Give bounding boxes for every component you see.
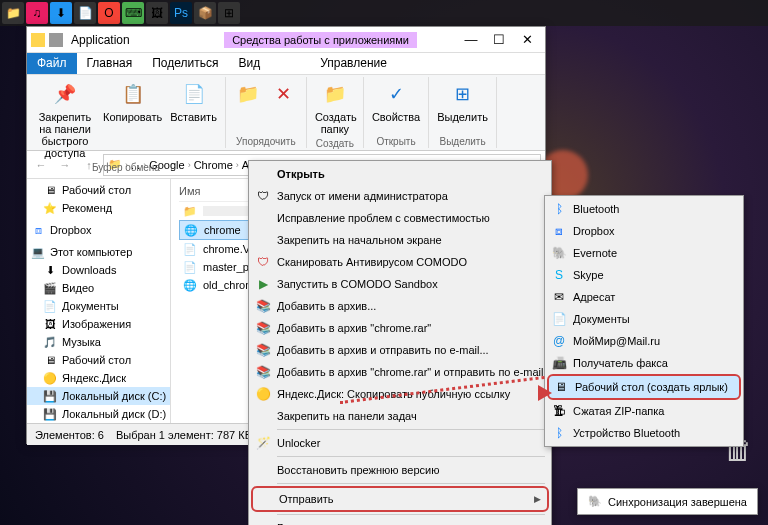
sendto-recipient[interactable]: ✉Адресат: [547, 286, 741, 308]
titlebar: Application Средства работы с приложения…: [27, 27, 545, 53]
sendto-desktop-shortcut[interactable]: 🖥Рабочий стол (создать ярлык): [547, 374, 741, 400]
sidebar-images[interactable]: 🖼Изображения: [27, 315, 170, 333]
group-open: Открыть: [376, 135, 415, 148]
sync-notification[interactable]: 🐘 Синхронизация завершена: [577, 488, 758, 515]
ctx-add-archive[interactable]: 📚Добавить в архив...: [251, 295, 549, 317]
notification-text: Синхронизация завершена: [608, 496, 747, 508]
ribbon-context-label: Средства работы с приложениями: [224, 32, 417, 48]
ctx-run-admin[interactable]: 🛡Запуск от имени администратора: [251, 185, 549, 207]
group-clipboard: Буфер обмена: [92, 161, 160, 174]
taskbar: 📁 ♫ ⬇ 📄 O ⌨ 🖼 Ps 📦 ⊞: [0, 0, 768, 26]
menu-share[interactable]: Поделиться: [142, 53, 228, 74]
sendto-evernote[interactable]: 🐘Evernote: [547, 242, 741, 264]
delete-button[interactable]: ✕: [268, 79, 300, 111]
group-select: Выделить: [439, 135, 485, 148]
pin-button[interactable]: 📌Закрепить на панели быстрого доступа: [33, 79, 97, 161]
menu-file[interactable]: Файл: [27, 53, 77, 74]
taskbar-app-icon[interactable]: ⌨: [122, 2, 144, 24]
taskbar-app-icon[interactable]: 🖼: [146, 2, 168, 24]
ctx-open[interactable]: Открыть: [251, 163, 549, 185]
maximize-button[interactable]: ☐: [485, 30, 513, 50]
sendto-bt-device[interactable]: ᛒУстройство Bluetooth: [547, 422, 741, 444]
move-button[interactable]: 📁: [232, 79, 264, 111]
submenu-arrow-icon: ▶: [534, 494, 541, 504]
close-button[interactable]: ✕: [513, 30, 541, 50]
ctx-pin-start[interactable]: Закрепить на начальном экране: [251, 229, 549, 251]
properties-button[interactable]: ✓Свойства: [370, 79, 422, 125]
properties-label: Свойства: [372, 111, 420, 123]
taskbar-app-icon[interactable]: Ps: [170, 2, 192, 24]
taskbar-app-icon[interactable]: ⊞: [218, 2, 240, 24]
paste-button[interactable]: 📄Вставить: [168, 79, 219, 125]
menubar: Файл Главная Поделиться Вид Управление: [27, 53, 545, 75]
ctx-cut[interactable]: Вырезать: [251, 517, 549, 525]
taskbar-app-icon[interactable]: 📁: [2, 2, 24, 24]
sidebar-local-d[interactable]: 💾Локальный диск (D:): [27, 405, 170, 423]
sendto-fax[interactable]: 📠Получатель факса: [547, 352, 741, 374]
status-selection: Выбран 1 элемент: 787 КБ: [116, 429, 252, 441]
ctx-add-rar[interactable]: 📚Добавить в архив "chrome.rar": [251, 317, 549, 339]
select-label: Выделить: [437, 111, 488, 123]
taskbar-app-icon[interactable]: ⬇: [50, 2, 72, 24]
paste-label: Вставить: [170, 111, 217, 123]
context-menu-main: Открыть 🛡Запуск от имени администратора …: [248, 160, 552, 525]
menu-view[interactable]: Вид: [228, 53, 270, 74]
ctx-add-rar-email[interactable]: 📚Добавить в архив "chrome.rar" и отправи…: [251, 361, 549, 383]
context-menu-sendto: ᛒBluetooth ⧈Dropbox 🐘Evernote SSkype ✉Ад…: [544, 195, 744, 447]
folder-icon: [31, 33, 45, 47]
sidebar: 🖥Рабочий стол ⭐Рекоменд ⧈Dropbox 💻Этот к…: [27, 179, 171, 423]
menu-home[interactable]: Главная: [77, 53, 143, 74]
menu-manage[interactable]: Управление: [310, 53, 397, 74]
taskbar-app-icon[interactable]: O: [98, 2, 120, 24]
sendto-skype[interactable]: SSkype: [547, 264, 741, 286]
new-folder-label: Создать папку: [315, 111, 355, 135]
sidebar-desktop2[interactable]: 🖥Рабочий стол: [27, 351, 170, 369]
sidebar-recommend[interactable]: ⭐Рекоменд: [27, 199, 170, 217]
ctx-add-email[interactable]: 📚Добавить в архив и отправить по e-mail.…: [251, 339, 549, 361]
sendto-documents[interactable]: 📄Документы: [547, 308, 741, 330]
new-folder-button[interactable]: 📁Создать папку: [313, 79, 357, 137]
ribbon: 📌Закрепить на панели быстрого доступа 📋К…: [27, 75, 545, 151]
sidebar-dropbox[interactable]: ⧈Dropbox: [27, 221, 170, 239]
ctx-unlocker[interactable]: 🪄Unlocker: [251, 432, 549, 454]
ctx-yandex[interactable]: 🟡Яндекс.Диск: Скопировать публичную ссыл…: [251, 383, 549, 405]
pin-label: Закрепить на панели быстрого доступа: [35, 111, 95, 159]
ctx-sandbox[interactable]: ▶Запустить в COMODO Sandbox: [251, 273, 549, 295]
copy-label: Копировать: [103, 111, 162, 123]
sidebar-documents[interactable]: 📄Документы: [27, 297, 170, 315]
ctx-compat[interactable]: Исправление проблем с совместимостью: [251, 207, 549, 229]
folder-icon: [49, 33, 63, 47]
sidebar-downloads[interactable]: ⬇Downloads: [27, 261, 170, 279]
sidebar-yandex[interactable]: 🟡Яндекс.Диск: [27, 369, 170, 387]
ctx-scan-comodo[interactable]: 🛡Сканировать Антивирусом COMODO: [251, 251, 549, 273]
evernote-icon: 🐘: [588, 495, 602, 508]
ctx-send-to[interactable]: Отправить▶: [251, 486, 549, 512]
group-organize: Упорядочить: [236, 135, 296, 148]
window-title: Application: [71, 33, 184, 47]
select-all-button[interactable]: ⊞Выделить: [435, 79, 490, 125]
group-create: Создать: [316, 137, 354, 150]
status-count: Элементов: 6: [35, 429, 104, 441]
sidebar-this-pc[interactable]: 💻Этот компьютер: [27, 243, 170, 261]
sendto-zip[interactable]: 🗜Сжатая ZIP-папка: [547, 400, 741, 422]
sendto-dropbox[interactable]: ⧈Dropbox: [547, 220, 741, 242]
sidebar-desktop[interactable]: 🖥Рабочий стол: [27, 181, 170, 199]
sidebar-videos[interactable]: 🎬Видео: [27, 279, 170, 297]
taskbar-app-icon[interactable]: 📦: [194, 2, 216, 24]
sidebar-music[interactable]: 🎵Музыка: [27, 333, 170, 351]
ctx-restore[interactable]: Восстановить прежнюю версию: [251, 459, 549, 481]
ctx-pin-taskbar[interactable]: Закрепить на панели задач: [251, 405, 549, 427]
copy-button[interactable]: 📋Копировать: [101, 79, 164, 125]
sendto-bluetooth[interactable]: ᛒBluetooth: [547, 198, 741, 220]
taskbar-app-icon[interactable]: 📄: [74, 2, 96, 24]
sidebar-local-c[interactable]: 💾Локальный диск (C:): [27, 387, 170, 405]
sendto-mailru[interactable]: @МойМир@Mail.ru: [547, 330, 741, 352]
taskbar-app-icon[interactable]: ♫: [26, 2, 48, 24]
minimize-button[interactable]: —: [457, 30, 485, 50]
